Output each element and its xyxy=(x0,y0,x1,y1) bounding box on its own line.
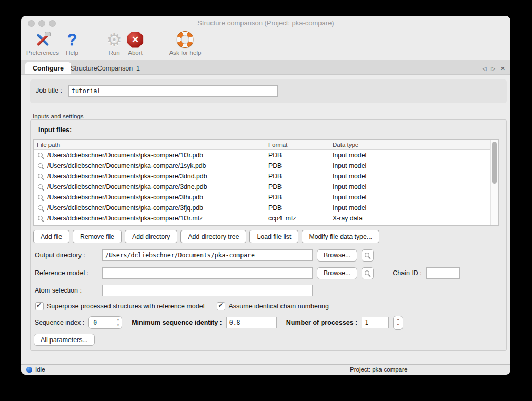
file-path-cell: /Users/dcliebschner/Documents/pka-compar… xyxy=(47,173,265,180)
atom-selection-row: Atom selection : xyxy=(35,284,313,297)
checkbox-checked-icon xyxy=(35,302,44,310)
preferences-label: Preferences xyxy=(26,49,59,56)
table-row[interactable]: /Users/dcliebschner/Documents/pka-compar… xyxy=(34,171,498,182)
run-label: Run xyxy=(106,49,122,56)
tab-scroll-left-icon[interactable]: ◁ xyxy=(482,65,486,72)
superpose-checkbox-label: Superpose processed structures with refe… xyxy=(47,303,204,310)
magnifier-icon[interactable] xyxy=(34,184,47,191)
group-label: Inputs and settings xyxy=(33,113,84,119)
reference-model-browse-button[interactable]: Browse... xyxy=(317,267,357,279)
job-title-input[interactable] xyxy=(68,85,278,97)
add-file-button[interactable]: Add file xyxy=(33,230,69,243)
table-row[interactable]: /Users/dcliebschner/Documents/pka-compar… xyxy=(34,182,498,192)
scrollbar-thumb[interactable] xyxy=(492,142,497,184)
magnifier-icon[interactable] xyxy=(34,163,47,169)
data-type-cell: Input model xyxy=(329,194,423,201)
reference-model-view-button[interactable] xyxy=(362,267,374,279)
status-bar: Idle Project: pka-compare xyxy=(21,364,510,375)
add-directory-tree-button[interactable]: Add directory tree xyxy=(180,230,246,243)
column-header-file-path[interactable]: File path xyxy=(34,140,265,149)
ask-for-help-label: Ask for help xyxy=(169,49,202,56)
magnifier-icon xyxy=(364,252,371,259)
table-row[interactable]: /Users/dcliebschner/Documents/pka-compar… xyxy=(34,150,498,161)
file-buttons-row: Add fileRemove fileAdd directoryAdd dire… xyxy=(33,230,379,243)
assume-chain-numbering-checkbox[interactable]: Assume identical chain numbering xyxy=(217,302,328,310)
format-cell: PDB xyxy=(265,183,329,191)
stepper-arrows-icon: ⌃⌄ xyxy=(396,320,400,325)
magnifier-icon[interactable] xyxy=(34,205,47,212)
magnifier-icon[interactable] xyxy=(34,194,47,201)
table-row[interactable]: /Users/dcliebschner/Documents/pka-compar… xyxy=(34,192,498,203)
column-header-data-type[interactable]: Data type xyxy=(329,140,423,149)
format-cell: ccp4_mtz xyxy=(265,215,329,222)
input-files-table: File path Format Data type /Users/dclieb… xyxy=(33,139,499,226)
remove-file-button[interactable]: Remove file xyxy=(73,230,122,243)
job-title-label: Job title : xyxy=(36,87,62,94)
inputs-settings-group: Input files: File path Format Data type … xyxy=(30,119,507,351)
job-title-panel: Job title : xyxy=(30,79,507,103)
superpose-checkbox[interactable]: Superpose processed structures with refe… xyxy=(35,302,204,310)
magnifier-icon[interactable] xyxy=(34,215,47,222)
checkbox-checked-icon xyxy=(217,302,225,310)
output-directory-view-button[interactable] xyxy=(362,249,374,262)
tools-icon xyxy=(34,31,52,48)
help-icon: ? xyxy=(67,32,77,48)
app-window: Structure comparison (Project: pka-compa… xyxy=(21,16,510,375)
add-directory-button[interactable]: Add directory xyxy=(125,230,177,243)
status-indicator-icon xyxy=(26,367,32,373)
file-path-cell: /Users/dcliebschner/Documents/pka-compar… xyxy=(47,204,265,212)
chain-id-input[interactable] xyxy=(426,267,460,279)
title-bar: Structure comparison (Project: pka-compa… xyxy=(21,16,510,30)
table-scrollbar[interactable] xyxy=(490,140,498,225)
tab-separator xyxy=(177,64,177,72)
format-cell: PDB xyxy=(265,194,329,201)
sequence-index-value: 0 xyxy=(93,319,97,326)
modify-file-data-type-button[interactable]: Modify file data type... xyxy=(302,230,379,243)
tab-close-icon[interactable]: ✕ xyxy=(500,65,505,72)
file-path-cell: /Users/dcliebschner/Documents/pka-compar… xyxy=(47,183,265,191)
tab-structurecomparison-1[interactable]: StructureComparison_1 xyxy=(63,62,147,74)
ask-for-help-button[interactable]: Ask for help xyxy=(169,30,202,56)
column-header-format[interactable]: Format xyxy=(265,140,329,149)
abort-stop-icon: ✕ xyxy=(127,32,144,48)
table-row[interactable]: /Users/dcliebschner/Documents/pka-compar… xyxy=(34,203,498,213)
magnifier-icon[interactable] xyxy=(34,152,47,159)
abort-button[interactable]: ✕ Abort xyxy=(127,30,144,56)
sequence-index-spinner[interactable]: 0 ⌃⌄ xyxy=(88,316,122,329)
table-header: File path Format Data type xyxy=(34,140,498,150)
run-button[interactable]: ⚙ Run xyxy=(106,30,122,56)
atom-selection-input[interactable] xyxy=(102,285,313,296)
reference-model-input[interactable] xyxy=(102,267,313,279)
toolbar: Preferences ? Help ⚙ Run ✕ Abort Ask for… xyxy=(21,30,510,60)
num-processes-input[interactable] xyxy=(362,317,389,328)
output-directory-row: Output directory : Browse... xyxy=(35,249,374,262)
file-path-cell: /Users/dcliebschner/Documents/pka-compar… xyxy=(47,194,265,201)
min-seq-identity-label: Minimum sequence identity : xyxy=(132,319,222,326)
output-directory-input[interactable] xyxy=(102,249,313,261)
reference-model-row: Reference model : Browse... Chain ID : xyxy=(35,267,460,279)
all-parameters-button[interactable]: All parameters... xyxy=(34,334,95,346)
format-cell: PDB xyxy=(265,162,329,169)
help-button[interactable]: ? Help xyxy=(66,30,78,56)
magnifier-icon xyxy=(364,270,371,277)
table-row[interactable]: /Users/dcliebschner/Documents/pka-compar… xyxy=(34,161,498,171)
output-directory-label: Output directory : xyxy=(35,252,102,259)
output-directory-browse-button[interactable]: Browse... xyxy=(317,249,357,262)
magnifier-icon[interactable] xyxy=(34,173,47,180)
project-text: Project: pka-compare xyxy=(350,366,407,373)
gear-icon: ⚙ xyxy=(106,31,122,48)
column-header-blank xyxy=(423,140,498,149)
num-processes-stepper[interactable]: ⌃⌄ xyxy=(393,316,403,330)
stepper-arrows-icon[interactable]: ⌃⌄ xyxy=(117,320,119,325)
data-type-cell: Input model xyxy=(329,183,423,191)
tab-scroll-right-icon[interactable]: ▷ xyxy=(491,65,495,72)
preferences-button[interactable]: Preferences xyxy=(26,30,59,56)
load-file-list-button[interactable]: Load file list xyxy=(249,230,298,243)
reference-model-label: Reference model : xyxy=(35,269,102,277)
file-path-cell: /Users/dcliebschner/Documents/pka-compar… xyxy=(47,215,265,222)
atom-selection-label: Atom selection : xyxy=(35,287,102,294)
sequence-index-label: Sequence index : xyxy=(35,319,84,326)
table-row[interactable]: /Users/dcliebschner/Documents/pka-compar… xyxy=(34,213,498,224)
min-seq-identity-input[interactable] xyxy=(226,317,277,328)
status-text: Idle xyxy=(35,366,45,373)
